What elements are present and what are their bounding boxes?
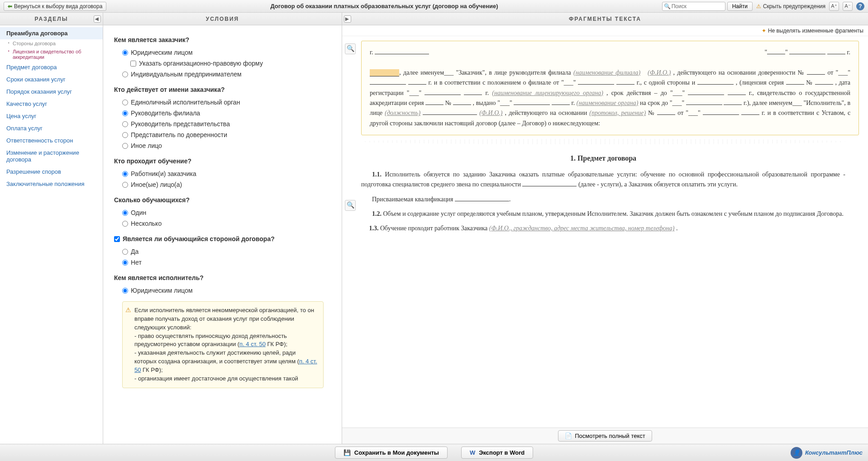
- section-item-payment[interactable]: Оплата услуг: [0, 122, 103, 134]
- section-item-liability[interactable]: Ответственность сторон: [0, 134, 103, 147]
- export-word-button[interactable]: W Экспорт в Word: [461, 447, 533, 459]
- question-how-many: Сколько обучающихся?: [114, 196, 324, 204]
- subsection-parties[interactable]: Стороны договора: [0, 39, 103, 48]
- option-several[interactable]: Несколько: [114, 218, 324, 229]
- section-item-preamble[interactable]: Преамбула договора: [0, 27, 103, 39]
- main-area: РАЗДЕЛЫ ◀ Преамбула договора Стороны дог…: [0, 13, 868, 444]
- conditions-body[interactable]: Кем является заказчик? Юридическим лицом…: [103, 25, 342, 444]
- word-icon: W: [470, 449, 475, 456]
- no-highlight-toggle[interactable]: ✦ Не выделять измененные фрагменты: [762, 28, 863, 34]
- highlight-off-icon: ✦: [762, 28, 766, 34]
- sub-option-org-form[interactable]: Указать организационно-правовую форму: [114, 58, 324, 69]
- page-title: Договор об оказании платных образователь…: [110, 3, 658, 10]
- para-qualification: Присваиваемая квалификация .: [361, 195, 845, 204]
- option-individual-entrepreneur[interactable]: Индивидуальным предпринимателем: [114, 69, 324, 80]
- bottom-bar: 💾 Сохранить в Мои документы W Экспорт в …: [0, 444, 868, 461]
- logo-area[interactable]: 👤 КонсультантПлюс: [791, 447, 863, 459]
- warning-icon: ⚠: [125, 305, 131, 314]
- option-other-student[interactable]: Иное(ые) лицо(а): [114, 179, 324, 190]
- section-1-title: 1. Предмет договора: [348, 152, 859, 164]
- option-proxy[interactable]: Представитель по доверенности: [114, 129, 324, 140]
- section-item-terms[interactable]: Сроки оказания услуг: [0, 73, 103, 86]
- back-arrow-icon: ⬅: [8, 3, 12, 10]
- customer-name-field[interactable]: [370, 69, 399, 76]
- option-no[interactable]: Нет: [114, 257, 324, 268]
- find-button[interactable]: Найти: [727, 2, 753, 11]
- edit-fragment-icon-2[interactable]: 🔍: [345, 200, 356, 211]
- option-yes[interactable]: Да: [114, 246, 324, 257]
- fragments-sub-toolbar: ✦ Не выделять измененные фрагменты: [342, 25, 868, 36]
- logo-icon: 👤: [791, 447, 802, 459]
- option-one[interactable]: Один: [114, 207, 324, 218]
- warning-text: Если исполнитель является некоммерческой…: [134, 306, 318, 383]
- back-button[interactable]: ⬅ Вернуться к выбору вида договора: [4, 2, 106, 11]
- option-contractor-legal[interactable]: Юридическим лицом: [114, 285, 324, 296]
- warning-box: ⚠ Если исполнитель является некоммерческ…: [122, 301, 324, 388]
- edit-fragment-icon[interactable]: 🔍: [345, 43, 356, 54]
- option-employee[interactable]: Работник(и) заказчика: [114, 168, 324, 179]
- font-decrease-button[interactable]: A⁻: [843, 2, 853, 11]
- hide-warnings-toggle[interactable]: ⚠ Скрыть предупреждения: [756, 3, 825, 10]
- view-full-text-button[interactable]: 📄 Посмотреть полный текст: [558, 430, 652, 442]
- sections-sidebar: РАЗДЕЛЫ ◀ Преамбула договора Стороны дог…: [0, 13, 103, 444]
- search-icon: 🔍: [664, 3, 671, 10]
- font-increase-button[interactable]: A⁺: [829, 2, 839, 11]
- sections-list: Преамбула договора Стороны договора Лице…: [0, 25, 103, 192]
- help-button[interactable]: ?: [856, 2, 864, 10]
- para-1-2: 1.2. Объем и содержание услуг определяют…: [361, 209, 845, 219]
- view-full-bar: 📄 Посмотреть полный текст: [342, 428, 868, 444]
- save-to-my-docs-button[interactable]: 💾 Сохранить в Мои документы: [335, 447, 448, 459]
- preamble-fragment: г. "" г. , далее именуем___ "Заказчик", …: [361, 41, 859, 135]
- warning-off-icon: ⚠: [756, 3, 761, 10]
- sections-header: РАЗДЕЛЫ ◀: [0, 13, 103, 25]
- section-item-disputes[interactable]: Разрешение споров: [0, 166, 103, 178]
- para-1-3: 1.3. Обучение проходит работник Заказчик…: [361, 223, 845, 233]
- link-gk-50-1[interactable]: п. 4 ст. 50: [239, 341, 266, 347]
- question-who-studies: Кто проходит обучение?: [114, 157, 324, 165]
- section-item-subject[interactable]: Предмет договора: [0, 61, 103, 73]
- section-item-final[interactable]: Заключительные положения: [0, 178, 103, 190]
- conditions-panel: УСЛОВИЯ Кем является заказчик? Юридическ…: [103, 13, 342, 444]
- save-icon: 💾: [343, 449, 351, 456]
- option-other-person[interactable]: Иное лицо: [114, 140, 324, 151]
- hide-warnings-label: Скрыть предупреждения: [763, 3, 825, 10]
- expand-fragments-button[interactable]: ▶: [344, 15, 351, 23]
- option-executive[interactable]: Единоличный исполнительный орган: [114, 97, 324, 108]
- search-area: 🔍 Найти: [662, 2, 753, 11]
- option-rep-head[interactable]: Руководитель представительства: [114, 119, 324, 129]
- document-icon: 📄: [565, 432, 572, 439]
- conditions-header: УСЛОВИЯ: [103, 13, 342, 25]
- section-item-price[interactable]: Цена услуг: [0, 110, 103, 122]
- option-legal-entity[interactable]: Юридическим лицом: [114, 47, 324, 58]
- top-toolbar: ⬅ Вернуться к выбору вида договора Догов…: [0, 0, 868, 13]
- collapse-sidebar-button[interactable]: ◀: [94, 15, 101, 23]
- question-contractor-type: Кем является исполнитель?: [114, 274, 324, 281]
- question-who-acts: Кто действует от имени заказчика?: [114, 86, 324, 93]
- back-label: Вернуться к выбору вида договора: [14, 3, 102, 10]
- fragments-panel: ▶ ФРАГМЕНТЫ ТЕКСТА ✦ Не выделять изменен…: [342, 13, 868, 444]
- para-1-1: 1.1. Исполнитель обязуется по заданию За…: [361, 170, 845, 190]
- search-input[interactable]: [662, 2, 725, 11]
- fragments-header: ▶ ФРАГМЕНТЫ ТЕКСТА: [342, 13, 868, 25]
- section-item-procedure[interactable]: Порядок оказания услуг: [0, 86, 103, 98]
- question-customer-type: Кем является заказчик?: [114, 36, 324, 43]
- question-is-party[interactable]: Является ли обучающийся стороной договор…: [114, 235, 324, 242]
- section-divider: [361, 139, 845, 144]
- section-item-quality[interactable]: Качество услуг: [0, 98, 103, 110]
- fragments-body[interactable]: 🔍 г. "" г. , далее именуем___ "Заказчик"…: [342, 36, 868, 428]
- option-branch-head[interactable]: Руководитель филиала: [114, 108, 324, 119]
- subsection-license[interactable]: Лицензия и свидетельство об аккредитации: [0, 48, 103, 61]
- section-item-amendment[interactable]: Изменение и расторжение договора: [0, 147, 103, 166]
